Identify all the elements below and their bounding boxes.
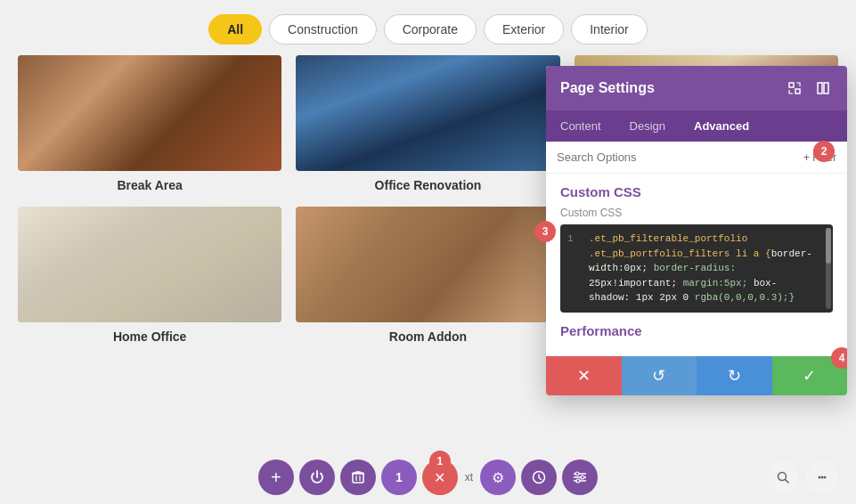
toolbar-right-group [767,461,838,493]
panel-search: + Filter [546,142,847,174]
code-rgba: rgba(0,0,0,0.3);} [695,292,795,303]
save-icon: ✓ [803,366,816,386]
code-margin: margin:5px; [683,278,748,289]
step3-badge: 3 [534,221,556,242]
power-button[interactable] [299,459,335,495]
portfolio-image-room-addon [296,207,559,322]
svg-point-12 [581,476,584,479]
text-label: xt [465,471,473,484]
tab-design[interactable]: Design [616,110,680,142]
code-box-shadow-label: box- [754,278,777,289]
code-box-shadow-val: shadow: 1px 2px 0 [589,292,689,303]
panel-title: Page Settings [560,80,655,96]
filter-corporate[interactable]: Corporate [384,14,477,45]
page-settings-panel: Page Settings 2 Content Design Advan [546,66,847,395]
add-button[interactable]: + [258,459,294,495]
svg-point-13 [576,479,580,483]
code-selector-1: .et_pb_filterable_portfolio [589,233,747,244]
bottom-toolbar: + 1 ✕ 1 xt ⚙ [0,451,856,504]
step2-badge: 2 [813,141,835,162]
clock-button[interactable] [521,459,557,495]
portfolio-item-office-renovation: Office Renovation [296,55,559,192]
performance-section: Performance [560,323,833,338]
undo-button[interactable]: ↺ [622,356,697,395]
custom-css-title: Custom CSS [560,184,833,199]
svg-point-17 [821,476,824,479]
code-scrollbar-thumb [826,228,831,264]
filter-interior[interactable]: Interior [571,14,648,45]
code-border-width: border- [771,248,812,259]
tab-advanced[interactable]: Advanced [680,110,763,142]
cancel-button[interactable]: ✕ [546,356,622,395]
portfolio-title-home-office: Home Office [113,329,186,344]
filter-construction[interactable]: Construction [269,14,377,45]
step1-badge: 1 [429,451,451,472]
code-selector-2: .et_pb_portfolio_filters li a { [589,248,771,259]
svg-rect-3 [824,83,828,93]
code-content[interactable]: .et_pb_filterable_portfolio .et_pb_portf… [589,232,826,305]
code-scrollbar[interactable] [826,228,831,309]
portfolio-title-office-renovation: Office Renovation [375,178,482,192]
portfolio-title-break-area: Break Area [117,178,182,192]
portfolio-image-home-office [18,207,281,322]
portfolio-image-break-area [18,55,281,171]
portfolio-item-room-addon: Room Addon [296,207,559,344]
code-editor[interactable]: 1 .et_pb_filterable_portfolio .et_pb_por… [560,224,833,313]
search-options-input[interactable] [557,150,803,164]
filter-bar: All Construction Corporate Exterior Inte… [0,0,856,55]
svg-rect-1 [795,89,800,93]
panel-fullscreen-icon[interactable] [785,78,804,98]
tab-content[interactable]: Content [546,110,616,142]
panel-tabs: Content Design Advanced [546,110,847,142]
search-right-button[interactable] [767,461,799,493]
svg-rect-0 [789,83,794,87]
panel-header-icons: 2 [785,78,833,98]
history-count: 1 [381,459,417,495]
dots-right-button[interactable] [806,461,838,493]
performance-title: Performance [560,323,833,338]
svg-rect-2 [818,83,822,93]
svg-point-18 [824,476,827,479]
svg-point-11 [575,472,579,476]
redo-button[interactable]: ↻ [697,356,772,395]
panel-collapse-icon[interactable] [813,78,833,98]
step4-badge: 4 [831,347,847,369]
panel-bottom-bar: ✕ ↺ ↻ ✓ 4 [546,356,847,395]
svg-point-16 [819,476,821,479]
code-border-radius-val: 25px!important; [589,278,677,289]
custom-css-label: Custom CSS [560,207,833,219]
save-button[interactable]: ✓ 4 [772,356,848,395]
trash-button[interactable] [340,459,376,495]
filter-exterior[interactable]: Exterior [484,14,564,45]
svg-line-15 [786,480,789,484]
code-border-width2: width:0px; [589,263,648,273]
line-numbers: 1 [567,232,582,305]
panel-body: Custom CSS Custom CSS 1 .et_pb_filterabl… [546,174,847,356]
portfolio-image-office-renovation [296,55,559,171]
panel-header: Page Settings 2 [546,66,847,110]
gear-button[interactable]: ⚙ [480,459,516,495]
filter-all[interactable]: All [208,14,262,45]
portfolio-title-room-addon: Room Addon [389,329,467,344]
portfolio-item-break-area: Break Area [18,55,281,192]
portfolio-item-home-office: Home Office [18,207,281,344]
code-border-radius: border-radius: [654,263,736,273]
settings-button[interactable] [562,459,598,495]
